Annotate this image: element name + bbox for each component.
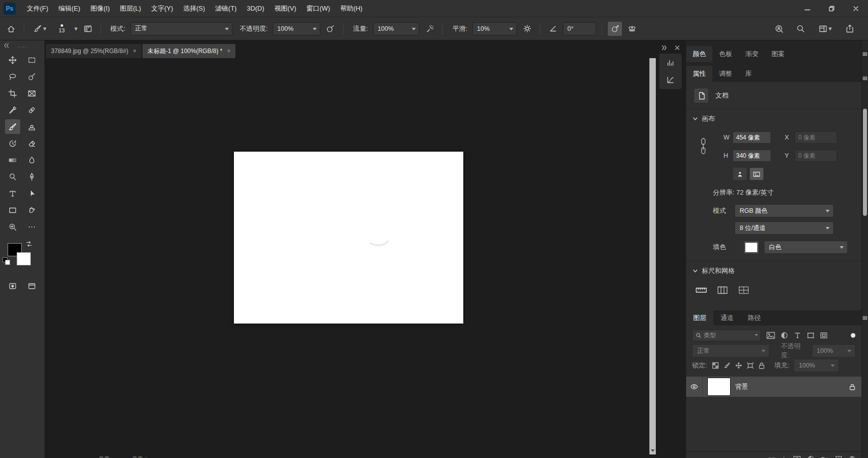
- zoom-tool[interactable]: [5, 219, 20, 234]
- panel-menu-icon[interactable]: [862, 52, 867, 57]
- expand-panels-icon[interactable]: [661, 45, 667, 51]
- lock-position-icon[interactable]: [735, 362, 742, 369]
- crop-tool[interactable]: [5, 86, 20, 101]
- layer-thumbnail[interactable]: [708, 378, 730, 395]
- panel-menu-icon[interactable]: [862, 76, 867, 81]
- menu-file[interactable]: 文件(F): [22, 0, 54, 17]
- color-mode-dropdown[interactable]: RGB 颜色: [735, 204, 834, 217]
- layer-visibility-toggle[interactable]: [686, 377, 703, 397]
- tab-gradients[interactable]: 渐变: [739, 46, 765, 62]
- swap-colors-icon[interactable]: [25, 240, 33, 248]
- clone-stamp-tool[interactable]: [24, 119, 39, 134]
- rectangular-marquee-tool[interactable]: [24, 53, 39, 67]
- type-tool[interactable]: [5, 186, 20, 201]
- layer-row-background[interactable]: 背景: [686, 377, 861, 397]
- layer-filtering-toggle[interactable]: [851, 333, 855, 338]
- toggle-guides-button[interactable]: [736, 285, 751, 296]
- eyedropper-tool[interactable]: [5, 103, 20, 117]
- menu-3d[interactable]: 3D(D): [242, 0, 269, 17]
- tab-layers[interactable]: 图层: [686, 310, 713, 326]
- symmetry-button[interactable]: [625, 22, 639, 36]
- brush-preset-picker[interactable]: 13: [53, 20, 70, 38]
- tab-color[interactable]: 颜色: [686, 46, 712, 62]
- document-tab-1[interactable]: 378849.jpg @ 25%(RGB/8#) ×: [46, 44, 142, 58]
- menu-image[interactable]: 图像(I): [85, 0, 115, 17]
- quick-selection-tool[interactable]: [24, 69, 39, 84]
- minimize-button[interactable]: [795, 0, 819, 17]
- lock-all-icon[interactable]: [758, 362, 765, 369]
- tab-patterns[interactable]: 图案: [765, 46, 791, 62]
- edit-toolbar-button[interactable]: [24, 219, 39, 234]
- dodge-tool[interactable]: [5, 169, 20, 184]
- tab-properties[interactable]: 属性: [686, 66, 712, 82]
- menu-type[interactable]: 文字(Y): [146, 0, 178, 17]
- lock-transparency-icon[interactable]: [712, 362, 719, 369]
- brush-tool[interactable]: [5, 119, 20, 134]
- filter-adjustment-layers-button[interactable]: [781, 332, 788, 339]
- home-button[interactable]: [4, 22, 18, 36]
- tab-channels[interactable]: 通道: [713, 310, 741, 326]
- menu-window[interactable]: 窗口(W): [301, 0, 335, 17]
- toggle-grid-button[interactable]: [715, 285, 730, 296]
- pressure-size-button[interactable]: [608, 22, 622, 36]
- lock-artboard-icon[interactable]: [747, 362, 754, 369]
- brush-settings-panel-toggle[interactable]: [81, 22, 95, 36]
- link-layers-icon[interactable]: [768, 455, 776, 458]
- canvas-height-field[interactable]: 340 像素: [733, 150, 771, 162]
- landscape-orientation-button[interactable]: [750, 168, 763, 180]
- workspace-switcher[interactable]: ▾: [814, 22, 836, 36]
- filter-pixel-layers-button[interactable]: [766, 332, 775, 339]
- document-tab-2[interactable]: 未标题-1 @ 100%(RGB/8) * ×: [142, 44, 236, 58]
- default-colors-icon[interactable]: [3, 257, 10, 264]
- delete-layer-icon[interactable]: [849, 455, 855, 458]
- close-button[interactable]: [844, 0, 868, 17]
- document-canvas[interactable]: [234, 152, 463, 324]
- filter-smart-objects-button[interactable]: [820, 332, 828, 339]
- smoothing-options-button[interactable]: [520, 22, 534, 36]
- flow-dropdown[interactable]: 100%: [373, 22, 419, 35]
- history-brush-tool[interactable]: [5, 136, 20, 151]
- menu-filter[interactable]: 滤镜(T): [210, 0, 242, 17]
- frame-tool[interactable]: [24, 86, 39, 101]
- link-dimensions-icon[interactable]: [699, 138, 707, 156]
- layer-mask-icon[interactable]: [793, 455, 801, 458]
- layer-filter-dropdown[interactable]: 类型: [692, 330, 761, 341]
- collapsed-panel-button-2[interactable]: [663, 73, 678, 86]
- new-layer-icon[interactable]: [835, 455, 842, 458]
- close-icon[interactable]: ×: [133, 48, 136, 55]
- menu-view[interactable]: 视图(V): [269, 0, 301, 17]
- menu-edit[interactable]: 编辑(E): [54, 0, 85, 17]
- rulers-section-header[interactable]: 标尺和网格: [686, 261, 861, 280]
- filter-type-layers-button[interactable]: [794, 332, 801, 339]
- rectangle-tool[interactable]: [5, 203, 20, 217]
- airbrush-button[interactable]: [422, 22, 437, 36]
- collapsed-panel-button-1[interactable]: [663, 56, 678, 69]
- layer-effects-icon[interactable]: fx: [782, 456, 787, 458]
- chevron-down-icon[interactable]: ▾: [74, 25, 78, 32]
- panel-scrollbar-thumb[interactable]: [863, 109, 867, 216]
- panel-grip[interactable]: [18, 47, 27, 48]
- account-button[interactable]: [772, 22, 786, 36]
- path-selection-tool[interactable]: [24, 186, 39, 201]
- blend-mode-dropdown[interactable]: 正常: [130, 22, 232, 35]
- move-tool[interactable]: [5, 53, 20, 67]
- search-button[interactable]: [793, 22, 807, 36]
- eraser-tool[interactable]: [24, 136, 39, 151]
- lock-pixels-icon[interactable]: [724, 362, 731, 369]
- menu-select[interactable]: 选择(S): [178, 0, 210, 17]
- quick-mask-button[interactable]: [5, 279, 20, 293]
- pen-tool[interactable]: [24, 169, 39, 184]
- filter-shape-layers-button[interactable]: [807, 332, 814, 339]
- tab-adjustments[interactable]: 调整: [712, 66, 739, 82]
- lasso-tool[interactable]: [5, 69, 20, 84]
- close-icon[interactable]: [675, 45, 680, 50]
- blur-tool[interactable]: [24, 153, 39, 167]
- panel-menu-icon[interactable]: [862, 315, 867, 320]
- canvas-fill-swatch[interactable]: [745, 242, 758, 253]
- menu-layer[interactable]: 图层(L): [115, 0, 146, 17]
- toggle-rulers-button[interactable]: [694, 285, 709, 296]
- collapse-panel-icon[interactable]: [3, 42, 9, 49]
- hand-tool[interactable]: [24, 203, 39, 217]
- layer-group-icon[interactable]: [821, 455, 829, 458]
- canvas-fill-dropdown[interactable]: 白色: [764, 241, 848, 254]
